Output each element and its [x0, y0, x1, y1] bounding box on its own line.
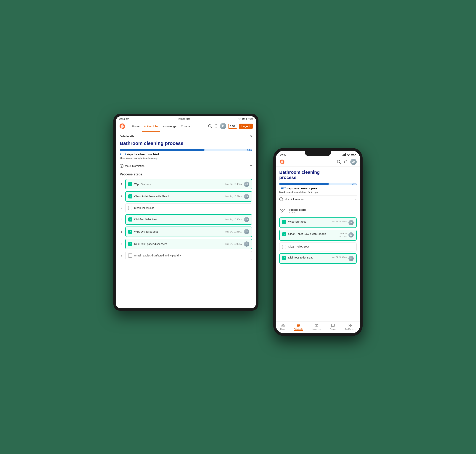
tablet-content: Job details × Bathroom cleaning process …	[116, 131, 256, 308]
phone-step-right: Mar 24,10:51AM JS	[339, 232, 354, 238]
phone-nav-comms[interactable]: Comms	[328, 323, 338, 331]
phone-more-info-section[interactable]: i More information ∨	[279, 195, 357, 203]
step-right: Mar 24, 10:46AM JS	[225, 242, 249, 247]
step-left: Urinal handles disinfected and wiped dry	[128, 253, 181, 257]
step-card-7[interactable]: Urinal handles disinfected and wiped dry…	[125, 251, 252, 260]
phone-notch	[305, 151, 331, 156]
tablet-nav-home[interactable]: Home	[130, 124, 141, 129]
svg-point-8	[282, 212, 283, 213]
svg-rect-19	[350, 324, 352, 325]
chevron-down-icon: ∨	[354, 197, 357, 201]
tablet-device: 10:51 am Thu 24 Mar 51%	[113, 114, 258, 311]
step-date: Mar 24, 10:46AM	[225, 218, 242, 221]
logout-button[interactable]: Logout	[239, 124, 253, 129]
more-options-icon[interactable]: ···	[246, 253, 249, 257]
progress-bar-fill	[120, 149, 205, 151]
step-avatar: JS	[244, 217, 249, 222]
user-avatar[interactable]: JD	[220, 123, 226, 129]
search-icon[interactable]	[208, 124, 212, 128]
step-left: Clean Toilet Seat	[128, 206, 154, 210]
step-right: ···	[246, 253, 249, 257]
search-icon[interactable]	[337, 160, 341, 164]
step-card-3[interactable]: Clean Toilet Seat ···	[125, 204, 252, 212]
phone-device: 10:52	[273, 148, 363, 336]
svg-rect-21	[350, 326, 352, 327]
tablet-nav-comms[interactable]: Comms	[179, 124, 192, 129]
bell-icon[interactable]	[214, 124, 218, 128]
phone-step-name: Disinfect Toilet Seat	[288, 256, 313, 259]
phone-step-card-3[interactable]: Clean Toilet Seat ···	[279, 242, 357, 251]
svg-point-16	[316, 325, 317, 325]
step-card-1[interactable]: ✓ Wipe Surfaces Mar 24, 10:46AM JS	[125, 179, 252, 189]
step-number: 3	[120, 206, 123, 209]
phone-progress-bar-bg	[279, 183, 357, 185]
phone-step-date: Mar 24,10:51AM	[339, 232, 347, 238]
phone-step-avatar: JS	[348, 256, 354, 261]
battery-icon	[242, 118, 247, 120]
step-name: Wipe Dry Toilet Seat	[134, 230, 158, 233]
step-date: Mar 24, 10:46AM	[225, 243, 242, 245]
more-options-icon[interactable]: ···	[351, 245, 354, 249]
knowledge-icon	[315, 324, 319, 328]
phone-screen: 10:52	[276, 151, 360, 333]
tablet-date: Thu 24 Mar	[177, 117, 190, 120]
phone-step-card-2[interactable]: ✓ Clean Toilet Bowls with Bleach Mar 24,…	[279, 230, 357, 241]
phone-step-right: Mar 24, 10:46AM JS	[332, 220, 354, 225]
step-card-4[interactable]: ✓ Disinfect Toilet Seat Mar 24, 10:46AM …	[125, 214, 252, 225]
step-row: 2 ✓ Clean Toilet Bowls with Bleach Mar 2…	[120, 191, 252, 202]
tablet-nav-right: JD 0:57 Logout	[208, 123, 253, 129]
step-date: Mar 24, 10:46AM	[225, 183, 242, 185]
phone-step-card-4[interactable]: ✓ Disinfect Toilet Seat Mar 24, 10:46AM …	[279, 253, 357, 264]
more-info-label: More information	[125, 165, 145, 167]
step-name: Urinal handles disinfected and wiped dry	[134, 254, 181, 257]
svg-point-6	[280, 209, 282, 210]
phone-time: 10:52	[280, 153, 286, 156]
tablet-time: 10:51 am	[119, 117, 129, 120]
step-card-6[interactable]: ✓ Refill toilet paper dispensers Mar 24,…	[125, 239, 252, 249]
check-icon: ✓	[282, 232, 286, 236]
phone-step-name: Clean Toilet Bowls with Bleach	[288, 232, 326, 235]
uncheck-icon	[128, 253, 132, 257]
more-info-section[interactable]: i More information ∨	[120, 162, 252, 170]
most-recent-label: Most recent completion:	[120, 157, 148, 159]
more-options-icon[interactable]: ···	[246, 206, 249, 210]
job-title: Bathroom cleaning process	[120, 141, 252, 146]
step-left: ✓ Refill toilet paper dispensers	[128, 242, 167, 246]
check-icon: ✓	[128, 242, 132, 246]
phone-step-left: ✓ Wipe Surfaces	[282, 220, 332, 224]
step-right: Mar 24, 10:46AM JS	[225, 217, 249, 222]
phone-nav-active-jobs[interactable]: Active Jobs	[292, 323, 305, 331]
process-steps-title: Process steps	[120, 173, 252, 176]
phone-job-title: Bathroom cleaningprocess	[279, 170, 357, 181]
tablet-navbar: Home Active Jobs Knowledge Comms JD 0	[116, 121, 256, 131]
step-row: 5 ✓ Wipe Dry Toilet Seat Mar 24, 10:51AM…	[120, 227, 252, 237]
user-avatar[interactable]: JD	[350, 159, 357, 165]
step-number: 5	[120, 230, 123, 233]
svg-rect-20	[349, 326, 350, 327]
step-row: 1 ✓ Wipe Surfaces Mar 24, 10:46AM JS	[120, 179, 252, 189]
modal-header: Job details ×	[120, 134, 252, 138]
check-icon: ✓	[128, 230, 132, 234]
tablet-battery: 51%	[248, 117, 253, 120]
phone-progress-bar-fill	[279, 183, 329, 185]
phone-nav-home-label: Home	[280, 328, 285, 330]
step-row: 7 Urinal handles disinfected and wiped d…	[120, 251, 252, 260]
phone-step-left: ✓ Clean Toilet Bowls with Bleach	[282, 232, 339, 236]
step-right: Mar 24, 10:51AM JS	[225, 229, 249, 234]
phone-most-recent-time: 6min ago	[308, 191, 318, 193]
step-row: 6 ✓ Refill toilet paper dispensers Mar 2…	[120, 239, 252, 249]
bell-icon[interactable]	[344, 160, 348, 164]
phone-most-recent-label: Most recent completion:	[279, 191, 307, 193]
phone-nav-home[interactable]: Home	[279, 323, 287, 331]
tablet-nav-active-jobs[interactable]: Active Jobs	[142, 124, 160, 129]
info-icon: i	[279, 197, 283, 201]
check-icon: ✓	[128, 217, 132, 221]
tablet-nav-knowledge[interactable]: Knowledge	[161, 124, 178, 129]
step-card-5[interactable]: ✓ Wipe Dry Toilet Seat Mar 24, 10:51AM J…	[125, 227, 252, 237]
modal-close-button[interactable]: ×	[250, 134, 252, 138]
phone-step-card-1[interactable]: ✓ Wipe Surfaces Mar 24, 10:46AM JS	[279, 217, 357, 228]
step-avatar: JS	[244, 229, 249, 234]
phone-nav-knowledge[interactable]: Knowledge	[311, 323, 322, 331]
step-card-2[interactable]: ✓ Clean Toilet Bowls with Bleach Mar 24,…	[125, 191, 252, 202]
phone-nav-job-manager[interactable]: Job Manager	[343, 323, 357, 331]
